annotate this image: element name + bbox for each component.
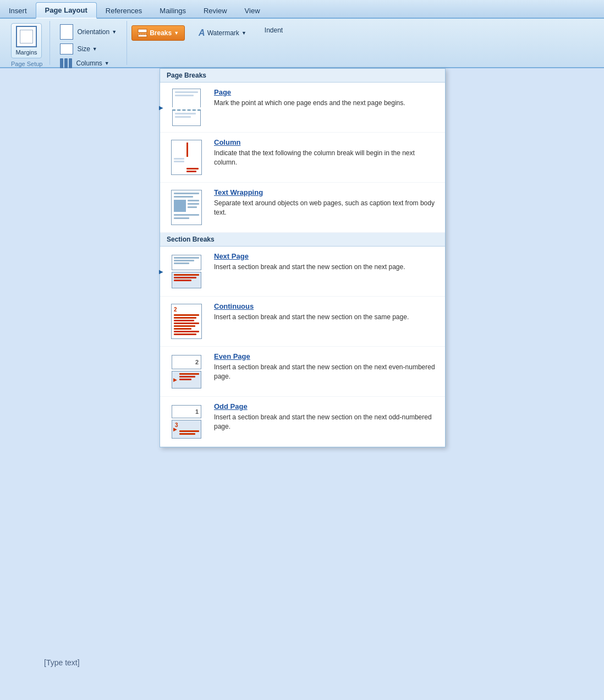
tab-mailings[interactable]: Mailings	[151, 2, 195, 19]
columns-icon	[60, 58, 72, 68]
page-item-desc: Mark the point at which one page ends an…	[214, 99, 438, 108]
next-page-arrow-icon: ▶	[159, 269, 163, 275]
type-text-placeholder[interactable]: [Type text]	[44, 658, 80, 667]
tab-insert[interactable]: Insert	[0, 2, 36, 19]
next-page-item-desc: Insert a section break and start the new…	[214, 262, 438, 272]
orientation-section: Orientation ▼ Size ▼ Columns ▼	[50, 21, 128, 65]
watermark-section: A Watermark ▼	[189, 21, 256, 43]
continuous-item-title: Continuous	[214, 302, 438, 310]
columns-button[interactable]: Columns ▼	[57, 57, 120, 69]
svg-rect-2	[138, 35, 147, 37]
size-button[interactable]: Size ▼	[57, 42, 120, 56]
menu-item-odd-page[interactable]: 1 ▶ 3 Odd Page Inser	[160, 397, 445, 447]
column-item-title: Column	[214, 138, 438, 146]
column-break-icon	[167, 138, 206, 177]
even-page-item-text: Even Page Insert a section break and sta…	[214, 352, 438, 381]
tab-references[interactable]: References	[97, 2, 151, 19]
menu-item-continuous[interactable]: 2 Continuous Insert a section break	[160, 297, 445, 347]
tab-view[interactable]: View	[236, 2, 269, 19]
text-wrapping-item-title: Text Wrapping	[214, 188, 438, 196]
even-page-item-desc: Insert a section break and start the new…	[214, 363, 438, 381]
odd-page-item-desc: Insert a section break and start the new…	[214, 413, 438, 431]
continuous-item-text: Continuous Insert a section break and st…	[214, 302, 438, 322]
odd-page-icon: 1 ▶ 3	[167, 402, 206, 441]
page-break-icon	[167, 88, 206, 127]
tab-page-layout[interactable]: Page Layout	[36, 2, 97, 19]
size-icon	[60, 43, 73, 54]
size-dropdown-arrow: ▼	[92, 46, 97, 52]
text-wrapping-icon	[167, 188, 206, 227]
indent-label: Indent	[260, 23, 287, 37]
menu-item-next-page[interactable]: ▶ Next Page Insert a se	[160, 247, 445, 297]
ribbon-bar: Margins Page Setup Orientation ▼ Size ▼	[0, 19, 604, 68]
small-buttons-group: Orientation ▼ Size ▼ Columns ▼	[57, 23, 120, 69]
columns-dropdown-arrow: ▼	[105, 61, 109, 66]
odd-page-item-title: Odd Page	[214, 402, 438, 411]
continuous-icon: 2	[167, 302, 206, 341]
breaks-button[interactable]: Breaks ▼	[131, 25, 185, 41]
orientation-icon	[60, 24, 73, 40]
watermark-icon: A	[199, 28, 205, 38]
margins-section: Margins Page Setup	[4, 21, 50, 65]
even-page-item-title: Even Page	[214, 352, 438, 360]
page-arrow-icon: ▶	[159, 105, 163, 111]
page-breaks-header: Page Breaks	[160, 69, 445, 83]
menu-item-even-page[interactable]: 2 ▶ Even Page Insert a section break and…	[160, 347, 445, 397]
menu-item-column[interactable]: Column Indicate that the text following …	[160, 133, 445, 183]
continuous-item-desc: Insert a section break and start the new…	[214, 313, 438, 322]
next-page-item-text: Next Page Insert a section break and sta…	[214, 252, 438, 272]
odd-page-item-text: Odd Page Insert a section break and star…	[214, 402, 438, 431]
indent-section: Indent	[256, 21, 292, 40]
breaks-dropdown-arrow: ▼	[174, 30, 179, 36]
next-page-icon	[167, 252, 206, 291]
breaks-icon	[138, 29, 147, 37]
orientation-button[interactable]: Orientation ▼	[57, 23, 120, 41]
menu-item-page[interactable]: ▶	[160, 83, 445, 133]
even-page-icon: 2 ▶	[167, 352, 206, 391]
column-item-text: Column Indicate that the text following …	[214, 138, 438, 167]
page-item-text: Page Mark the point at which one page en…	[214, 88, 438, 108]
tab-review[interactable]: Review	[195, 2, 236, 19]
svg-rect-0	[138, 29, 147, 32]
watermark-dropdown-arrow: ▼	[241, 30, 246, 36]
section-breaks-header: Section Breaks	[160, 233, 445, 247]
watermark-button[interactable]: A Watermark ▼	[194, 25, 251, 41]
text-wrapping-item-text: Text Wrapping Separate text around objec…	[214, 188, 438, 217]
margins-icon	[16, 26, 37, 47]
orientation-dropdown-arrow: ▼	[112, 29, 117, 35]
ribbon-tabs: Insert Page Layout References Mailings R…	[0, 0, 604, 19]
page-item-title: Page	[214, 88, 438, 96]
next-page-item-title: Next Page	[214, 252, 438, 260]
margins-button[interactable]: Margins	[11, 23, 42, 58]
page-setup-label: Page Setup	[11, 58, 43, 67]
column-item-desc: Indicate that the text following the col…	[214, 149, 438, 167]
breaks-section: Breaks ▼	[127, 21, 189, 43]
breaks-dropdown-menu: Page Breaks ▶	[160, 68, 446, 447]
menu-item-text-wrapping[interactable]: Text Wrapping Separate text around objec…	[160, 183, 445, 233]
text-wrapping-item-desc: Separate text around objects on web page…	[214, 199, 438, 217]
